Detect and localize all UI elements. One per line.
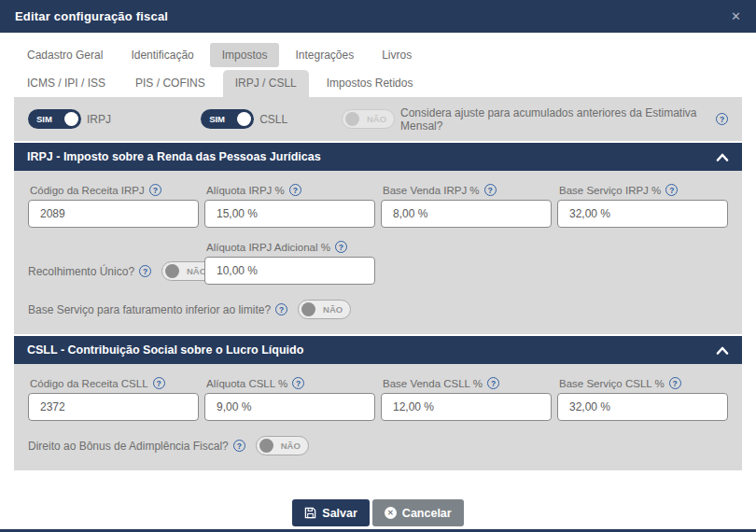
bonus-adimplencia-label: Direito ao Bônus de Adimplência Fiscal? bbox=[28, 440, 229, 453]
help-icon[interactable]: ? bbox=[153, 377, 165, 389]
csll-toggle-group: SIM CSLL bbox=[201, 109, 342, 129]
base-servico-irpj-label: Base Serviço IRPJ % bbox=[559, 185, 661, 196]
tab-cadastro-geral[interactable]: Cadastro Geral bbox=[15, 43, 115, 67]
modal-title: Editar configuração fiscal bbox=[15, 9, 168, 23]
help-icon[interactable]: ? bbox=[233, 440, 245, 452]
empty-cell bbox=[381, 241, 552, 285]
toggle-knob bbox=[345, 112, 359, 126]
considera-ajuste-toggle-state: NÃO bbox=[367, 114, 386, 124]
bonus-adimplencia-toggle[interactable]: NÃO bbox=[256, 436, 309, 455]
help-icon[interactable]: ? bbox=[292, 377, 304, 389]
base-servico-csll-input[interactable] bbox=[557, 393, 728, 421]
edit-fiscal-config-modal: Editar configuração fiscal ✕ Cadastro Ge… bbox=[0, 0, 756, 532]
base-venda-csll-field: Base Venda CSLL %? bbox=[381, 377, 552, 421]
top-toggle-row: SIM IRPJ SIM CSLL NÃO bbox=[14, 97, 742, 141]
tab-irpj-csll[interactable]: IRPJ / CSLL bbox=[223, 70, 309, 97]
codigo-receita-csll-field: Código da Receita CSLL? bbox=[28, 377, 199, 421]
tab-icms-ipi-iss[interactable]: ICMS / IPI / ISS bbox=[15, 70, 118, 97]
aliquota-adicional-field: Alíquota IRPJ Adicional %? bbox=[204, 241, 375, 285]
x-circle-icon: ✕ bbox=[385, 507, 397, 519]
help-icon[interactable]: ? bbox=[335, 241, 347, 253]
irpj-toggle-group: SIM IRPJ bbox=[28, 109, 201, 129]
csll-section-header[interactable]: CSLL - Contribuição Social sobre o Lucro… bbox=[14, 334, 742, 364]
irpj-third-row: Base Serviço para faturamento inferior a… bbox=[28, 300, 728, 319]
irpj-toggle-state: SIM bbox=[36, 114, 52, 124]
primary-tab-row: Cadastro Geral Identificação Impostos In… bbox=[15, 43, 741, 67]
csll-toggle[interactable]: SIM bbox=[201, 109, 254, 129]
csll-section-body: Código da Receita CSLL? Alíquota CSLL %?… bbox=[14, 364, 742, 470]
base-servico-csll-field: Base Serviço CSLL %? bbox=[557, 377, 728, 421]
codigo-receita-csll-input[interactable] bbox=[28, 393, 199, 421]
recolhimento-unico-cell: Recolhimento Único? ? NÃO bbox=[28, 241, 199, 285]
chevron-up-icon[interactable] bbox=[716, 346, 729, 355]
irpj-section-header[interactable]: IRPJ - Imposto sobre a Renda das Pessoas… bbox=[14, 141, 742, 171]
toggle-knob bbox=[237, 112, 251, 126]
toggle-knob bbox=[301, 302, 315, 316]
csll-section-title: CSLL - Contribuição Social sobre o Lucro… bbox=[27, 343, 303, 357]
aliquota-adicional-input[interactable] bbox=[204, 257, 375, 285]
save-button-label: Salvar bbox=[322, 507, 357, 520]
help-icon[interactable]: ? bbox=[665, 184, 678, 196]
base-servico-irpj-field: Base Serviço IRPJ %? bbox=[557, 184, 728, 228]
toggle-knob bbox=[64, 112, 78, 126]
chevron-up-icon[interactable] bbox=[716, 153, 729, 161]
modal-footer: Salvar ✕ Cancelar bbox=[0, 499, 756, 526]
base-venda-csll-label: Base Venda CSLL % bbox=[383, 378, 483, 389]
csll-second-row: Direito ao Bônus de Adimplência Fiscal? … bbox=[28, 436, 728, 455]
base-venda-irpj-field: Base Venda IRPJ %? bbox=[381, 184, 552, 228]
base-venda-irpj-label: Base Venda IRPJ % bbox=[383, 185, 480, 196]
empty-cell bbox=[557, 241, 728, 285]
recolhimento-unico-label: Recolhimento Único? bbox=[28, 265, 134, 278]
irpj-toggle-label: IRPJ bbox=[87, 113, 111, 126]
help-icon[interactable]: ? bbox=[275, 303, 287, 315]
toggle-knob bbox=[165, 264, 179, 278]
tax-config-panel: SIM IRPJ SIM CSLL NÃO bbox=[14, 97, 742, 470]
base-servico-irpj-input[interactable] bbox=[557, 200, 728, 228]
irpj-second-row: Recolhimento Único? ? NÃO Alíquota IRPJ … bbox=[28, 241, 728, 285]
codigo-receita-irpj-input[interactable] bbox=[28, 200, 199, 228]
recolhimento-unico-state: NÃO bbox=[187, 266, 206, 276]
help-icon[interactable]: ? bbox=[139, 265, 151, 277]
help-icon[interactable]: ? bbox=[149, 184, 161, 196]
help-icon[interactable]: ? bbox=[289, 184, 301, 196]
csll-field-row: Código da Receita CSLL? Alíquota CSLL %?… bbox=[28, 377, 728, 421]
bonus-adimplencia-question: Direito ao Bônus de Adimplência Fiscal? … bbox=[28, 436, 728, 455]
irpj-toggle[interactable]: SIM bbox=[28, 109, 81, 129]
help-icon[interactable]: ? bbox=[487, 377, 499, 389]
modal-titlebar: Editar configuração fiscal ✕ bbox=[0, 0, 756, 33]
base-venda-csll-input[interactable] bbox=[381, 393, 552, 421]
codigo-receita-irpj-field: Código da Receita IRPJ? bbox=[28, 184, 199, 228]
aliquota-csll-field: Alíquota CSLL %? bbox=[204, 377, 375, 421]
codigo-receita-irpj-label: Código da Receita IRPJ bbox=[30, 185, 145, 196]
irpj-section-body: Código da Receita IRPJ? Alíquota IRPJ %?… bbox=[14, 171, 742, 334]
aliquota-irpj-input[interactable] bbox=[204, 200, 375, 228]
tab-identificacao[interactable]: Identificação bbox=[119, 43, 205, 67]
aliquota-csll-input[interactable] bbox=[204, 393, 375, 421]
base-servico-inferior-toggle[interactable]: NÃO bbox=[298, 300, 351, 319]
base-servico-csll-label: Base Serviço CSLL % bbox=[559, 378, 665, 389]
tab-impostos-retidos[interactable]: Impostos Retidos bbox=[315, 70, 426, 97]
tab-pis-cofins[interactable]: PIS / COFINS bbox=[123, 70, 217, 97]
base-servico-inferior-question: Base Serviço para faturamento inferior a… bbox=[28, 300, 728, 319]
aliquota-irpj-label: Alíquota IRPJ % bbox=[206, 185, 285, 196]
codigo-receita-csll-label: Código da Receita CSLL bbox=[30, 378, 148, 389]
bonus-adimplencia-state: NÃO bbox=[281, 441, 301, 451]
aliquota-adicional-label: Alíquota IRPJ Adicional % bbox=[206, 242, 330, 253]
help-icon[interactable]: ? bbox=[669, 377, 681, 389]
help-icon[interactable]: ? bbox=[716, 113, 728, 125]
base-venda-irpj-input[interactable] bbox=[381, 200, 552, 228]
base-servico-inferior-state: NÃO bbox=[323, 304, 343, 315]
toggle-knob bbox=[259, 439, 273, 453]
cancel-button[interactable]: ✕ Cancelar bbox=[372, 499, 464, 526]
tab-impostos[interactable]: Impostos bbox=[210, 43, 280, 67]
close-icon[interactable]: ✕ bbox=[731, 9, 741, 23]
aliquota-csll-label: Alíquota CSLL % bbox=[206, 378, 287, 389]
csll-toggle-state: SIM bbox=[209, 114, 225, 124]
csll-toggle-label: CSLL bbox=[259, 113, 287, 126]
considera-ajuste-toggle: NÃO bbox=[342, 109, 395, 129]
tabs-container: Cadastro Geral Identificação Impostos In… bbox=[0, 33, 756, 97]
save-button[interactable]: Salvar bbox=[292, 499, 370, 526]
tab-livros[interactable]: Livros bbox=[370, 43, 424, 67]
help-icon[interactable]: ? bbox=[484, 184, 497, 196]
tab-integracoes[interactable]: Integrações bbox=[283, 43, 366, 67]
